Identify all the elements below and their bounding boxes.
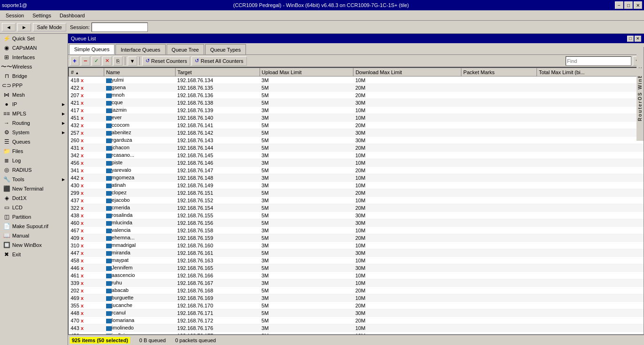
table-row[interactable]: 448 Xrcanul192.168.76.1715M30M — [69, 309, 644, 317]
menu-dashboard[interactable]: Dashboard — [56, 12, 89, 19]
table-row[interactable]: 342 Xrcasano...192.168.76.1453M10M — [69, 152, 644, 159]
remove-button[interactable]: − — [81, 56, 90, 66]
sidebar-item-capsman[interactable]: ◉CAPsMAN — [0, 43, 68, 53]
cell-total — [537, 234, 643, 242]
row-icon — [106, 304, 112, 308]
table-row[interactable]: 422 Xgsena192.168.76.1355M20M — [69, 84, 644, 92]
disable-button[interactable]: ✕ — [102, 56, 112, 66]
copy-button[interactable]: ⎘ — [113, 56, 123, 66]
table-row[interactable]: 202 Xabacab192.168.76.1685M20M — [69, 287, 644, 294]
sidebar-item-bridge[interactable]: ⊓Bridge — [0, 71, 68, 81]
table-row[interactable]: 458 Xmaypat192.168.76.1633M10M — [69, 257, 644, 264]
cell-upload: 5M — [260, 204, 353, 212]
col-target[interactable]: Target — [176, 68, 260, 77]
sidebar-item-wireless[interactable]: 〜〜Wireless — [0, 62, 68, 71]
table-row[interactable]: 446 XJennifem192.168.76.1655M30M — [69, 264, 644, 272]
col-total[interactable]: Total Max Limit (bi... — [537, 68, 643, 77]
col-name[interactable]: Name — [104, 68, 176, 77]
menu-settings[interactable]: Settings — [29, 12, 55, 19]
table-row[interactable]: 460 Xmlucinda192.168.76.1565M30M — [69, 219, 644, 227]
sidebar-item-queues[interactable]: ☰Queues — [0, 137, 68, 146]
sidebar-item-tools[interactable]: 🔧Tools▶ — [0, 175, 68, 184]
sidebar-item-partition[interactable]: ◫Partition — [0, 212, 68, 222]
table-row[interactable]: 409 Xehemna...192.168.76.1595M20M — [69, 234, 644, 242]
table-row[interactable]: 443 Ximolinedo192.168.76.1763M10M — [69, 324, 644, 332]
tab-simple-queues[interactable]: Simple Queues — [69, 44, 115, 54]
table-row[interactable]: 456 Xpiste192.168.76.1463M10M — [69, 159, 644, 167]
col-num[interactable]: # ▲ — [69, 68, 104, 77]
sidebar-item-ip[interactable]: ●IP▶ — [0, 100, 68, 109]
sidebar: ⚡Quick Set◉CAPsMAN⊞Interfaces〜〜Wireless⊓… — [0, 34, 68, 345]
table-row[interactable]: 418 Xyulmi192.168.76.1343M10M — [69, 77, 644, 84]
table-row[interactable]: 469 Xburguette192.168.76.1693M10M — [69, 294, 644, 302]
table-row[interactable]: 430 Xatinah192.168.76.1493M10M — [69, 182, 644, 189]
sidebar-item-radius[interactable]: ◎RADIUS — [0, 165, 68, 175]
sidebar-item-new-winbox[interactable]: 🔲New WinBox — [0, 240, 68, 250]
sidebar-item-make-supout[interactable]: 📄Make Supout.rif — [0, 222, 68, 231]
table-row[interactable]: 467 Xvalencia192.168.76.1583M10M — [69, 227, 644, 234]
sidebar-item-system[interactable]: ⚙System▶ — [0, 128, 68, 137]
sidebar-item-lcd[interactable]: ▭LCD — [0, 203, 68, 212]
table-row[interactable]: 299 Xclopez192.168.76.1515M20M — [69, 189, 644, 197]
back-button[interactable]: ◄ — [2, 23, 15, 31]
table-row[interactable]: 461 Xaascencio192.168.76.1663M10M — [69, 272, 644, 279]
close-button[interactable]: ✕ — [634, 1, 642, 9]
table-row[interactable]: 341 Xyarevalo192.168.76.1475M20M — [69, 167, 644, 174]
reset-counters-button[interactable]: ↺ Reset Counters — [142, 56, 190, 66]
table-row[interactable]: 447 Xmiranda192.168.76.1615M30M — [69, 249, 644, 257]
minimize-button[interactable]: − — [615, 1, 623, 9]
tab-interface-queues[interactable]: Interface Queues — [115, 44, 165, 54]
col-download[interactable]: Download Max Limit — [353, 68, 461, 77]
queue-table-container[interactable]: # ▲ Name Target Upload Max Limit Downloa… — [68, 67, 644, 335]
table-row[interactable]: 442 Xmgomeza192.168.76.1483M10M — [69, 174, 644, 182]
table-row[interactable]: 207 Xmnoh192.168.76.1365M20M — [69, 92, 644, 99]
sidebar-item-files[interactable]: 📁Files — [0, 146, 68, 156]
filter-button[interactable]: ▼ — [128, 56, 137, 66]
tab-queue-types[interactable]: Queue Types — [205, 44, 246, 54]
forward-button[interactable]: ► — [17, 23, 31, 31]
add-button[interactable]: + — [70, 56, 79, 66]
col-marks[interactable]: Packet Marks — [461, 68, 537, 77]
enable-button[interactable]: ✓ — [92, 56, 101, 66]
table-row[interactable]: 310 Xmmadrigal192.168.76.1603M10M — [69, 242, 644, 249]
cell-total — [537, 324, 643, 332]
cell-name: jazmin — [104, 107, 176, 114]
table-row[interactable]: 417 Xjazmin192.168.76.1393M10M — [69, 107, 644, 114]
sidebar-item-mpls[interactable]: ≡≡MPLS▶ — [0, 109, 68, 118]
table-row[interactable]: 355 Xjucanche192.168.76.1705M20M — [69, 302, 644, 309]
table-row[interactable]: 421 Xcque192.168.76.1385M30M — [69, 99, 644, 107]
table-row[interactable]: 257 Xabenitez192.168.76.1425M30M — [69, 129, 644, 137]
table-row[interactable]: 322 Xcmerida192.168.76.1545M20M — [69, 204, 644, 212]
sidebar-item-log[interactable]: ≣Log — [0, 156, 68, 165]
col-upload[interactable]: Upload Max Limit — [260, 68, 353, 77]
window-restore-button[interactable]: □ — [627, 36, 634, 42]
table-row[interactable]: 470 Xlomariana192.168.76.1725M20M — [69, 317, 644, 324]
cell-name: abacab — [104, 287, 176, 294]
session-input[interactable] — [92, 23, 148, 32]
reset-all-counters-button[interactable]: ↺ Reset All Counters — [192, 56, 246, 66]
table-row[interactable]: 431 Xjchacon192.168.76.1445M20M — [69, 144, 644, 152]
table-row[interactable]: 260 Xrgarduza192.168.76.1435M30M — [69, 137, 644, 144]
sidebar-item-quick-set[interactable]: ⚡Quick Set — [0, 34, 68, 43]
table-row[interactable]: 437 Xejacobo192.168.76.1523M10M — [69, 197, 644, 204]
sidebar-item-dot1x[interactable]: ◈Dot1X — [0, 193, 68, 203]
search-input[interactable] — [566, 56, 631, 66]
table-row[interactable]: 438 Xrosalinda192.168.76.1555M30M — [69, 212, 644, 219]
sidebar-item-new-terminal[interactable]: ⬛New Terminal — [0, 184, 68, 193]
table-row[interactable]: 432 Xccocom192.168.76.1415M20M — [69, 122, 644, 129]
titlebar-left: soporte1@ — [2, 2, 27, 8]
maximize-button[interactable]: □ — [624, 1, 633, 9]
sidebar-item-manual[interactable]: 📖Manual — [0, 231, 68, 240]
sidebar-item-ppp[interactable]: ⊂⊃PPP — [0, 81, 68, 90]
sidebar-item-interfaces[interactable]: ⊞Interfaces — [0, 53, 68, 62]
sidebar-item-exit[interactable]: ✖Exit — [0, 250, 68, 259]
menu-session[interactable]: Session — [2, 12, 28, 19]
sidebar-item-mesh[interactable]: ⋈Mesh — [0, 90, 68, 100]
table-row[interactable]: 339 Xruhu192.168.76.1673M10M — [69, 279, 644, 287]
tab-queue-tree[interactable]: Queue Tree — [167, 44, 204, 54]
window-close-button[interactable]: ✕ — [635, 36, 641, 42]
cell-total — [537, 264, 643, 272]
table-row[interactable]: 451 Xever192.168.76.1403M10M — [69, 114, 644, 122]
safe-mode-button[interactable]: Safe Mode — [33, 23, 66, 31]
sidebar-item-routing[interactable]: →Routing▶ — [0, 118, 68, 128]
